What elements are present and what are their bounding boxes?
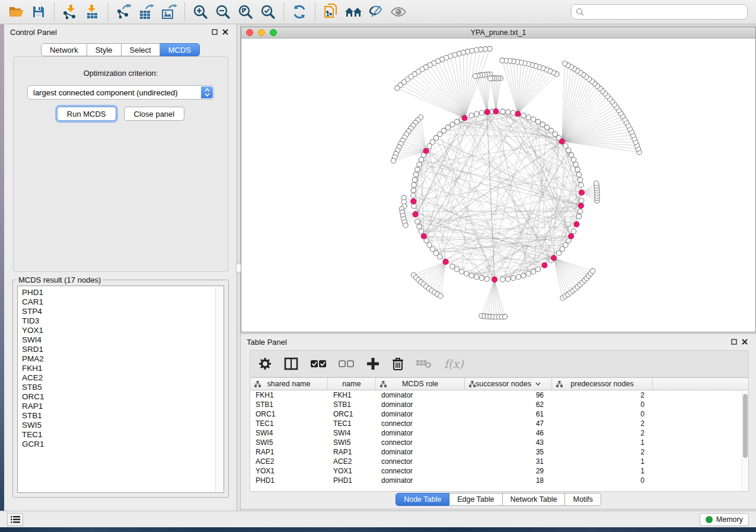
table-row[interactable]: YOX1YOX1connector291	[250, 466, 742, 476]
table-row[interactable]: ACE2ACE2connector311	[250, 457, 742, 466]
network-window-titlebar[interactable]: YPA_prune.txt_1	[241, 27, 755, 39]
result-node-item[interactable]: SRD1	[22, 345, 224, 354]
network-node[interactable]	[469, 273, 474, 278]
dominator-node[interactable]	[443, 259, 448, 264]
network-node[interactable]	[566, 148, 571, 153]
leaf-node[interactable]	[502, 314, 507, 319]
network-node[interactable]	[413, 172, 418, 177]
network-node[interactable]	[417, 162, 422, 167]
table-row[interactable]: PHD1PHD1dominator180	[250, 476, 742, 485]
network-node[interactable]	[415, 219, 420, 224]
first-neighbors-button[interactable]	[342, 2, 365, 21]
network-node[interactable]	[548, 128, 553, 133]
tab-network[interactable]: Network	[41, 43, 87, 56]
table-row[interactable]: RAP1RAP1dominator352	[250, 447, 742, 457]
tab-motifs[interactable]: Motifs	[565, 493, 601, 506]
network-from-selection-button[interactable]	[320, 2, 342, 21]
result-node-item[interactable]: ORC1	[22, 392, 224, 402]
import-table-button[interactable]	[81, 2, 104, 21]
close-table-panel-button[interactable]	[739, 336, 750, 347]
leaf-node[interactable]	[395, 85, 400, 90]
result-node-item[interactable]: TEC1	[22, 430, 224, 440]
network-node[interactable]	[531, 117, 535, 121]
result-node-item[interactable]: YOX1	[22, 326, 224, 335]
table-row[interactable]: FKH1FKH1dominator962	[250, 390, 742, 400]
delete-table-button[interactable]	[416, 358, 432, 369]
network-node[interactable]	[526, 271, 531, 276]
network-node[interactable]	[578, 209, 582, 213]
network-node[interactable]	[500, 277, 505, 282]
apply-layout-button[interactable]	[288, 2, 311, 21]
table-row[interactable]: TEC1TEC1connector472	[250, 419, 742, 428]
network-node[interactable]	[459, 269, 464, 274]
network-node[interactable]	[419, 157, 423, 162]
network-node[interactable]	[412, 182, 416, 187]
network-node[interactable]	[479, 275, 484, 280]
criterion-dropdown[interactable]: largest connected component (undirected)	[27, 85, 214, 100]
network-node[interactable]	[454, 267, 459, 271]
dominator-node[interactable]	[559, 139, 564, 144]
show-graphics-details-button[interactable]	[387, 2, 410, 21]
network-node[interactable]	[484, 277, 489, 281]
network-node[interactable]	[464, 271, 469, 276]
network-node[interactable]	[430, 246, 435, 251]
network-node[interactable]	[560, 246, 564, 251]
table-settings-button[interactable]	[259, 357, 272, 370]
result-node-item[interactable]: SWI5	[22, 421, 224, 430]
network-node[interactable]	[521, 113, 526, 118]
network-node[interactable]	[573, 162, 578, 167]
network-node[interactable]	[571, 157, 576, 162]
deselect-all-columns-button[interactable]	[339, 360, 354, 368]
column-header-MCDS-role[interactable]: MCDS role	[376, 378, 465, 390]
result-node-item[interactable]: CAR1	[22, 297, 224, 307]
column-header-predecessor-nodes[interactable]: predecessor nodes	[552, 378, 653, 390]
leaf-node[interactable]	[594, 181, 599, 185]
network-node[interactable]	[578, 177, 582, 182]
network-node[interactable]	[419, 229, 423, 233]
show-column-panel-button[interactable]	[284, 357, 298, 370]
leaf-node[interactable]	[488, 76, 493, 81]
table-scrollbar[interactable]	[742, 390, 748, 491]
tab-select[interactable]: Select	[122, 43, 160, 56]
result-node-item[interactable]: PMA2	[22, 354, 224, 364]
network-node[interactable]	[412, 177, 417, 182]
network-node[interactable]	[427, 143, 432, 148]
leaf-node[interactable]	[500, 58, 505, 63]
network-node[interactable]	[441, 128, 446, 133]
table-row[interactable]: SWI4SWI4dominator462	[250, 428, 742, 438]
network-node[interactable]	[576, 214, 581, 219]
network-node[interactable]	[427, 242, 432, 247]
table-row[interactable]: ORC1ORC1dominator610	[250, 409, 742, 419]
leaf-node[interactable]	[391, 158, 395, 163]
open-session-button[interactable]	[5, 2, 27, 21]
dominator-node[interactable]	[578, 203, 583, 209]
network-node[interactable]	[563, 242, 568, 247]
export-table-button[interactable]	[135, 2, 158, 21]
network-node[interactable]	[454, 119, 459, 124]
network-node[interactable]	[556, 251, 561, 255]
dominator-node[interactable]	[421, 233, 426, 239]
column-header-successor-nodes[interactable]: successor nodes	[465, 378, 552, 390]
leaf-node[interactable]	[562, 61, 567, 66]
result-node-item[interactable]: GCR1	[22, 440, 224, 449]
network-node[interactable]	[474, 274, 479, 279]
network-node[interactable]	[450, 264, 455, 269]
column-header-name[interactable]: name	[328, 378, 376, 390]
network-node[interactable]	[506, 110, 511, 114]
memory-button[interactable]: Memory	[700, 513, 749, 526]
table-row[interactable]: STB1STB1dominator620	[250, 400, 742, 409]
zoom-in-button[interactable]	[189, 2, 212, 21]
network-node[interactable]	[438, 132, 442, 136]
network-node[interactable]	[438, 254, 442, 259]
column-header-shared-name[interactable]: shared name	[250, 378, 328, 390]
result-node-item[interactable]: STB1	[22, 411, 224, 421]
zoom-fit-button[interactable]	[234, 2, 257, 21]
network-node[interactable]	[521, 273, 526, 278]
tab-edge-table[interactable]: Edge Table	[449, 493, 502, 506]
dominator-node[interactable]	[493, 109, 499, 114]
network-node[interactable]	[553, 132, 557, 136]
dominator-node[interactable]	[492, 277, 497, 282]
result-node-item[interactable]: STB5	[22, 383, 224, 392]
network-node[interactable]	[544, 125, 549, 130]
tab-style[interactable]: Style	[87, 43, 122, 56]
